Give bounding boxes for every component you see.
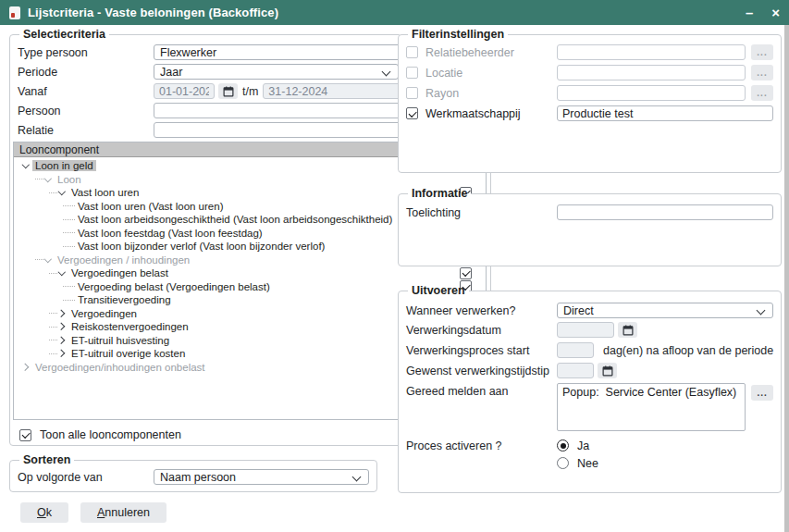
chevron-right-icon[interactable] (57, 309, 67, 318)
filter-checkbox[interactable] (406, 107, 418, 119)
gewenst-tijdstip-input (557, 363, 594, 378)
gereed-melden-more-button[interactable]: ... (751, 385, 773, 401)
tree-node-label[interactable]: ET-uitruil huisvesting (68, 335, 172, 346)
tree-guide-line (63, 246, 75, 247)
proces-activeren-ja-radio[interactable] (557, 439, 569, 452)
document-icon (9, 6, 20, 19)
calendar-from-button[interactable] (218, 83, 238, 99)
filterinstellingen-legend: Filterinstellingen (408, 28, 508, 41)
uitvoeren-group: Uitvoeren Wanneer verwerken? Direct Verw… (398, 284, 782, 493)
gereed-melden-textarea[interactable]: Popup: Service Center (Easyflex) (557, 383, 746, 431)
persoon-label: Persoon (18, 105, 154, 118)
chevron-down-icon[interactable] (43, 255, 53, 265)
filter-row: Rayon... (406, 85, 773, 101)
dagen-suffix-label: dag(en) na afloop van de periode (603, 344, 773, 357)
filter-label: Werkmaatschappij (425, 107, 557, 120)
close-button[interactable]: × (771, 6, 780, 19)
window-title: Lijstcriteria - Vaste beloningen (Backof… (28, 6, 278, 19)
informatie-group: Informatie Toelichting (398, 187, 782, 266)
tree-node-label[interactable]: Vergoedingen belast (68, 267, 171, 278)
annuleren-button-label: Annuleren (97, 506, 150, 519)
tree-node-label[interactable]: Reiskostenvergoedingen (68, 321, 191, 332)
chevron-right-icon[interactable] (57, 322, 67, 331)
verwerkingsdatum-label: Verwerkingsdatum (406, 324, 557, 337)
filter-input (557, 65, 746, 80)
tree-node-label[interactable]: Vast loon uren (Vast loon uren) (75, 201, 226, 212)
tm-label: t/m (242, 85, 258, 98)
tree-guide-line (35, 259, 43, 260)
filter-more-button[interactable]: ... (751, 85, 773, 101)
uitvoeren-legend: Uitvoeren (408, 284, 469, 297)
tree-guide-line (49, 273, 57, 274)
type-persoon-label: Type persoon (18, 46, 154, 59)
tree-guide-line (63, 300, 75, 301)
selectiecriteria-legend: Selectiecriteria (19, 28, 109, 41)
tree-guide-line (49, 353, 57, 354)
tree-node-label[interactable]: Vast loon arbeidsongeschiktheid (Vast lo… (75, 214, 395, 225)
tree-node-label[interactable]: Transitievergoeding (75, 294, 174, 305)
filter-row: Locatie... (406, 65, 773, 80)
toon-alle-label: Toon alle looncomponenten (40, 428, 181, 441)
vanaf-label: Vanaf (18, 85, 154, 98)
toelichting-input[interactable] (557, 204, 773, 220)
tree-guide-line (63, 286, 75, 287)
tree-node-label[interactable]: Loon in geld (32, 160, 96, 171)
filter-label: Relatiebeheerder (425, 46, 557, 59)
tree-guide-line (49, 327, 57, 328)
radio-nee-label: Nee (577, 457, 598, 470)
proces-activeren-label: Proces activeren ? (406, 439, 557, 452)
tree-node-label[interactable]: Loon (55, 174, 84, 185)
tree-node-label[interactable]: ET-uitruil overige kosten (68, 348, 188, 359)
annuleren-button[interactable]: Annuleren (80, 502, 166, 523)
tree-node[interactable]: Vergoedingen belast (14, 266, 486, 280)
tree-node-label[interactable]: Vergoedingen / inhoudingen (55, 254, 192, 266)
gewenst-tijdstip-calendar-button[interactable] (598, 363, 617, 378)
filter-checkbox[interactable] (406, 87, 418, 99)
filter-more-button[interactable]: ... (751, 44, 773, 60)
chevron-right-icon[interactable] (57, 349, 67, 358)
toelichting-label: Toelichting (406, 206, 557, 219)
tree-guide-line (63, 219, 75, 220)
tree-node-label[interactable]: Vast loon feestdag (Vast loon feestdag) (75, 228, 265, 239)
filter-input[interactable] (557, 105, 773, 121)
filter-input (557, 44, 746, 60)
chevron-down-icon[interactable] (57, 268, 67, 278)
persoon-input[interactable] (154, 103, 423, 118)
tree-node-label[interactable]: Vergoedingen/inhoudingen onbelast (32, 362, 208, 373)
tree-node-label[interactable]: Vergoedingen (68, 308, 140, 319)
radio-ja-label: Ja (577, 439, 589, 452)
relatie-input[interactable] (154, 122, 423, 138)
proces-activeren-nee-radio[interactable] (557, 457, 569, 469)
informatie-legend: Informatie (408, 187, 471, 200)
chevron-down-icon[interactable] (21, 161, 31, 170)
calendar-icon (602, 365, 613, 377)
tree-node-checkbox[interactable] (460, 267, 472, 279)
tree-node-label[interactable]: Vergoeding belast (Vergoedingen belast) (75, 281, 273, 292)
filter-checkbox[interactable] (406, 46, 418, 58)
ok-button-label: Ok (37, 506, 52, 519)
sorteren-group: Sorteren Op volgorde van Naam persoon (9, 453, 377, 492)
chevron-right-icon[interactable] (57, 336, 67, 345)
relatie-label: Relatie (18, 124, 154, 137)
ellipsis-icon: ... (757, 70, 767, 76)
tree-node-label[interactable]: Vast loon bijzonder verlof (Vast loon bi… (75, 241, 327, 252)
ok-button[interactable]: Ok (20, 502, 68, 523)
wanneer-verwerken-select[interactable]: Direct (557, 303, 773, 318)
volgorde-select[interactable]: Naam persoon (154, 469, 369, 485)
minimize-button[interactable]: – (746, 6, 753, 19)
ellipsis-icon: ... (757, 91, 767, 96)
vanaf-from-input (154, 83, 215, 99)
chevron-down-icon[interactable] (57, 188, 67, 197)
tree-node[interactable]: Loon (14, 173, 486, 187)
periode-value: Jaar (160, 66, 182, 79)
chevron-right-icon[interactable] (21, 363, 31, 372)
filter-checkbox[interactable] (406, 67, 418, 79)
tree-node-label[interactable]: Vast loon uren (68, 187, 142, 198)
filter-more-button[interactable]: ... (751, 65, 773, 80)
toon-alle-checkbox[interactable] (19, 429, 31, 441)
verwerkingsdatum-calendar-button[interactable] (618, 322, 637, 338)
chevron-down-icon[interactable] (43, 175, 53, 184)
periode-select[interactable]: Jaar (154, 64, 399, 80)
filter-input (557, 85, 746, 101)
filter-label: Rayon (425, 87, 557, 100)
